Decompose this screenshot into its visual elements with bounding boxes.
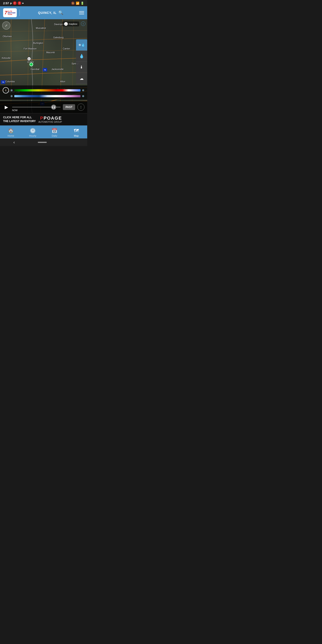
nav-item-daily[interactable]: 📅 Daily <box>44 128 66 137</box>
hamburger-line-3 <box>79 14 84 14</box>
now-label: NOW <box>12 109 18 112</box>
mapbox-logo: ● <box>64 22 68 26</box>
logo-team: TEAM <box>8 14 16 15</box>
snow-sun-right-icon: ❄ <box>82 94 84 98</box>
map-label-fortmadison: Fort Madison <box>24 48 36 50</box>
highway-61: 61 <box>27 57 31 61</box>
temp-toggle[interactable]: 🌡 <box>76 62 87 73</box>
legend-info-button[interactable]: i <box>3 87 9 94</box>
status-bar: 2:57 𝗽 7 7 🔕 📶 🔋 <box>0 0 87 6</box>
snowflake-icon: ❄ <box>78 43 81 47</box>
map-label-muscatine: Muscatine <box>36 27 46 29</box>
location-text: QUINCY, IL <box>38 11 56 14</box>
precip-toggle-1[interactable]: ❄ 💧 <box>76 39 87 50</box>
map-label-jacksonville: Jacksonville <box>52 68 64 70</box>
map-right-controls: ❄ 💧 💧 🌡 ☁ <box>76 39 87 84</box>
back-button[interactable]: ‹ <box>14 140 15 145</box>
nav-label-daily: Daily <box>52 134 57 137</box>
hamburger-line-1 <box>79 11 84 12</box>
quincy-marker <box>30 62 33 66</box>
precip-snowflake-left-icon: ❄ <box>10 88 13 92</box>
nav-item-map[interactable]: 🗺 Map <box>66 128 88 137</box>
logo-elite: ELITE <box>8 10 16 12</box>
map-label-macomb: Macomb <box>46 51 55 54</box>
search-icon[interactable]: 🔍 <box>58 10 64 15</box>
legend-row-2: ❄ ❄ <box>3 94 84 98</box>
snow-sun-left-icon: ❄ <box>10 94 13 98</box>
map-label-burlington: Burlington <box>33 42 43 44</box>
ad-text-block: CLICK HERE FOR ALL THE LATEST INVENTORY <box>3 116 36 123</box>
status-right: 🔕 📶 🔋 <box>71 2 84 5</box>
map-label-hannibal: Hannibal <box>31 68 39 70</box>
battery-icon: 🔋 <box>80 2 84 5</box>
play-button[interactable]: ▶ <box>3 104 10 111</box>
status-left: 2:57 𝗽 7 7 <box>3 1 24 5</box>
status-icon-7a: 7 <box>13 1 16 5</box>
hamburger-menu[interactable] <box>79 11 84 14</box>
highway-72: 72 <box>43 68 47 72</box>
play-icon: ▶ <box>5 104 8 110</box>
logo-seven: 7 <box>4 10 7 16</box>
raindrop2-icon: 💧 <box>79 54 84 58</box>
home-indicator[interactable] <box>38 142 47 143</box>
status-icon-7b: 7 <box>18 1 21 5</box>
status-dot <box>22 3 24 4</box>
map-container[interactable]: Davenport Muscatine Ottumwa Galesburg Bu… <box>0 19 87 113</box>
map-info-button[interactable]: i <box>81 22 86 26</box>
ad-click-text: CLICK HERE FOR ALL <box>3 116 36 120</box>
map-label-kirksville: Kirksville <box>2 57 10 59</box>
legend-row-1: i ❄ ❄ <box>3 87 84 94</box>
thermometer-icon: 🌡 <box>80 65 84 70</box>
nav-label-map: Map <box>74 134 79 137</box>
top-nav: 7 ELITE WeAther TEAM QUINCY, IL 🔍 <box>0 6 87 19</box>
map-icon: 🗺 <box>74 128 79 134</box>
map-label-canton: Canton <box>63 48 70 50</box>
more-dots-icon: ⋮ <box>80 105 82 109</box>
precip-snowflake-right-icon: ❄ <box>82 88 84 92</box>
ad-banner[interactable]: CLICK HERE FOR ALL THE LATEST INVENTORY … <box>0 113 87 126</box>
legend-bar: i ❄ ❄ ❄ ❄ <box>0 86 87 100</box>
map-satellite: Davenport Muscatine Ottumwa Galesburg Bu… <box>0 19 87 113</box>
ad-brand-name: PPOAGE <box>38 116 62 121</box>
map-label-columbia: Columbia <box>5 80 14 83</box>
nav-item-hourly[interactable]: 🕐 Hourly <box>22 128 44 137</box>
ad-latest-text: THE LATEST INVENTORY <box>3 120 36 123</box>
logo-weather: WeAther <box>8 12 16 14</box>
past-button[interactable]: PAST <box>63 104 75 110</box>
status-icon-p: 𝗽 <box>10 2 12 5</box>
nav-location[interactable]: QUINCY, IL 🔍 <box>22 10 79 15</box>
app-logo[interactable]: 7 ELITE WeAther TEAM <box>3 8 17 17</box>
nav-divider <box>20 10 20 16</box>
playback-bar: ▶ ❚❚ NOW PAST ⋮ <box>0 101 87 113</box>
map-label-alton: Alton <box>60 80 65 83</box>
nav-label-home: Home <box>8 134 14 137</box>
mapbox-attribution: ● mapbox <box>62 22 79 26</box>
system-nav-bar: ‹ <box>0 138 87 146</box>
map-label-galesburg: Galesburg <box>53 36 64 39</box>
expand-icon: ⤢ <box>5 24 8 27</box>
status-time: 2:57 <box>3 2 9 5</box>
cloud-toggle[interactable]: ☁ <box>76 73 87 84</box>
playback-thumb[interactable]: ❚❚ <box>51 105 56 110</box>
ad-brand-block: PPOAGE AUTOMOTIVE GROUP <box>38 116 62 123</box>
nav-item-home[interactable]: 🏠 Home <box>0 128 22 137</box>
legend-gradient-snow <box>14 95 80 97</box>
hourly-icon: 🕐 <box>30 128 36 134</box>
precip-toggle-2[interactable]: 💧 <box>76 50 87 62</box>
logo-text-block: ELITE WeAther TEAM <box>8 10 16 15</box>
mapbox-text: mapbox <box>69 22 77 25</box>
info-label: i <box>5 89 6 92</box>
daily-icon: 📅 <box>52 128 58 134</box>
legend-gradient-precip <box>14 89 80 92</box>
expand-button[interactable]: ⤢ <box>2 22 10 30</box>
hamburger-line-2 <box>79 12 84 13</box>
nav-label-hourly: Hourly <box>29 134 36 137</box>
more-button[interactable]: ⋮ <box>77 104 84 111</box>
cloud-icon: ☁ <box>80 76 84 81</box>
map-label-ottumwa: Ottumwa <box>3 35 12 38</box>
bottom-nav: 🏠 Home 🕐 Hourly 📅 Daily 🗺 Map <box>0 126 87 138</box>
wifi-icon: 📶 <box>76 2 80 5</box>
playback-track[interactable]: ❚❚ NOW <box>12 107 60 108</box>
raindrop-icon: 💧 <box>81 43 85 47</box>
highway-70: 70 <box>1 80 5 84</box>
